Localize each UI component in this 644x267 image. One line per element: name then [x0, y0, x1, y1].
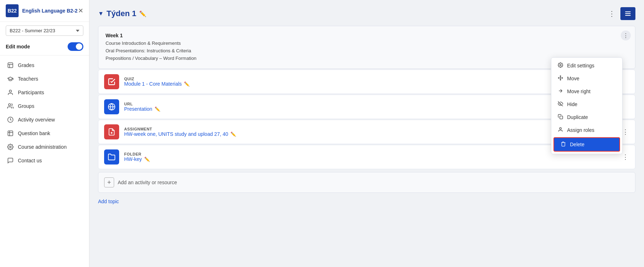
sidebar-item-teachers[interactable]: Teachers	[0, 72, 89, 86]
edit-mode-row: Edit mode	[0, 39, 89, 56]
sidebar-label-grades: Grades	[18, 62, 34, 68]
main-content: ▼ Týden 1 ✏️ ⋮ Week 1 Course Introductio…	[89, 0, 644, 267]
sidebar-item-groups[interactable]: Groups	[0, 99, 89, 113]
quiz-icon-box	[104, 74, 119, 89]
menu-label-assign-roles: Assign roles	[567, 127, 594, 133]
groups-icon	[7, 103, 14, 109]
folder-icon-box	[104, 149, 119, 165]
assign-roles-icon	[557, 127, 564, 133]
activity-type-assignment: ASSIGNMENT	[124, 127, 236, 131]
grades-icon	[7, 62, 14, 68]
activity-type-quiz: QUIZ	[124, 77, 190, 81]
sidebar-label-groups: Groups	[18, 103, 34, 109]
course-badge: B22	[6, 4, 19, 17]
folder-link[interactable]: HW-key ✏️	[124, 156, 150, 162]
menu-label-move: Move	[567, 76, 579, 81]
header-menu-button[interactable]	[620, 7, 635, 20]
quiz-link[interactable]: Module 1 - Core Materials ✏️	[124, 81, 190, 87]
svg-point-3	[9, 90, 11, 92]
move-right-icon	[557, 88, 564, 95]
svg-point-20	[560, 128, 561, 129]
sidebar-label-course-admin: Course administration	[18, 144, 67, 150]
sidebar-item-contact-us[interactable]: Contact us	[0, 154, 89, 167]
menu-item-move[interactable]: Move	[551, 72, 622, 85]
sidebar-label-contact: Contact us	[18, 158, 42, 163]
page-title: Týden 1	[107, 9, 136, 18]
svg-rect-19	[560, 116, 562, 119]
edit-mode-toggle[interactable]	[68, 42, 83, 51]
admin-icon	[7, 144, 14, 150]
assignment-icon-box	[104, 124, 119, 139]
section-text: Course Introduction & Requirements Oral …	[106, 40, 628, 62]
section-title: Week 1	[106, 33, 628, 38]
duplicate-icon	[557, 114, 564, 120]
activity-info-url: URL Presentation ✏️	[124, 102, 160, 112]
url-link[interactable]: Presentation ✏️	[124, 106, 160, 112]
sidebar-item-question-bank[interactable]: Question bank	[0, 127, 89, 140]
quiz-edit-icon[interactable]: ✏️	[184, 81, 190, 87]
sidebar-label-question-bank: Question bank	[18, 130, 50, 136]
menu-label-move-right: Move right	[567, 89, 590, 94]
activity-type-folder: FOLDER	[124, 152, 150, 156]
question-icon	[7, 130, 14, 137]
add-resource-icon: +	[104, 177, 114, 187]
delete-icon	[560, 141, 566, 148]
collapse-icon[interactable]: ▼	[98, 10, 104, 17]
contact-icon	[7, 157, 14, 164]
activity-info-folder: FOLDER HW-key ✏️	[124, 152, 150, 162]
sidebar-item-grades[interactable]: Grades	[0, 58, 89, 72]
section-dots-button[interactable]: ⋮	[621, 30, 631, 40]
add-resource-button[interactable]: + Add an activity or resource	[98, 172, 635, 193]
sidebar-item-participants[interactable]: Participants	[0, 86, 89, 99]
sidebar-label-teachers: Teachers	[18, 76, 38, 82]
sidebar-logo: B22 English Language B2-2	[6, 4, 78, 17]
edit-settings-icon	[557, 62, 564, 69]
sidebar-item-course-admin[interactable]: Course administration	[0, 140, 89, 154]
participants-icon	[7, 89, 14, 96]
activity-info-quiz: QUIZ Module 1 - Core Materials ✏️	[124, 77, 190, 87]
teachers-icon	[7, 76, 14, 82]
add-resource-label: Add an activity or resource	[118, 180, 177, 185]
url-edit-icon[interactable]: ✏️	[155, 106, 160, 112]
menu-label-edit-settings: Edit settings	[567, 63, 594, 68]
move-icon	[557, 75, 564, 82]
menu-label-delete: Delete	[570, 142, 584, 147]
activity-type-url: URL	[124, 102, 160, 106]
page-header-left: ▼ Týden 1 ✏️	[98, 9, 146, 18]
folder-dots-button[interactable]: ⋮	[621, 152, 630, 162]
menu-item-edit-settings[interactable]: Edit settings	[551, 59, 622, 72]
sidebar-nav: Grades Teachers Participants Groups Acti	[0, 56, 89, 267]
edit-mode-label: Edit mode	[6, 44, 30, 49]
menu-item-hide[interactable]: Hide	[551, 98, 622, 111]
sidebar-label-activity: Activity overview	[18, 117, 55, 123]
close-icon[interactable]: ✕	[78, 7, 83, 15]
sidebar-header: B22 English Language B2-2 ✕	[0, 0, 89, 22]
add-topic-link[interactable]: Add topic	[98, 197, 119, 206]
menu-item-duplicate[interactable]: Duplicate	[551, 111, 622, 124]
svg-rect-0	[8, 63, 13, 68]
folder-edit-icon[interactable]: ✏️	[144, 157, 150, 162]
course-title: English Language B2-2	[22, 8, 78, 14]
title-edit-icon[interactable]: ✏️	[139, 10, 146, 17]
sidebar: B22 English Language B2-2 ✕ B222 - Summe…	[0, 0, 89, 267]
menu-item-move-right[interactable]: Move right	[551, 85, 622, 98]
assignment-link[interactable]: HW-week one, UNITS study and upload 27, …	[124, 131, 236, 137]
assignment-edit-icon[interactable]: ✏️	[230, 132, 236, 137]
menu-label-hide: Hide	[567, 101, 577, 107]
course-select[interactable]: B222 - Summer 22/23 B221 - Winter 22/23	[6, 25, 83, 36]
menu-item-delete[interactable]: Delete	[553, 137, 620, 152]
sidebar-label-participants: Participants	[18, 90, 44, 95]
svg-point-6	[10, 146, 11, 148]
page-header: ▼ Týden 1 ✏️ ⋮	[98, 7, 635, 20]
sidebar-item-activity-overview[interactable]: Activity overview	[0, 113, 89, 127]
svg-point-4	[9, 104, 11, 106]
menu-label-duplicate: Duplicate	[567, 114, 588, 120]
activity-info-assignment: ASSIGNMENT HW-week one, UNITS study and …	[124, 127, 236, 137]
menu-item-assign-roles[interactable]: Assign roles	[551, 124, 622, 137]
hide-icon	[557, 101, 564, 108]
url-icon-box	[104, 99, 119, 114]
activity-icon	[7, 116, 14, 123]
header-dots-button[interactable]: ⋮	[605, 8, 618, 19]
context-menu: Edit settings Move Move right Hide Dupli	[551, 57, 623, 154]
svg-point-14	[560, 65, 561, 66]
